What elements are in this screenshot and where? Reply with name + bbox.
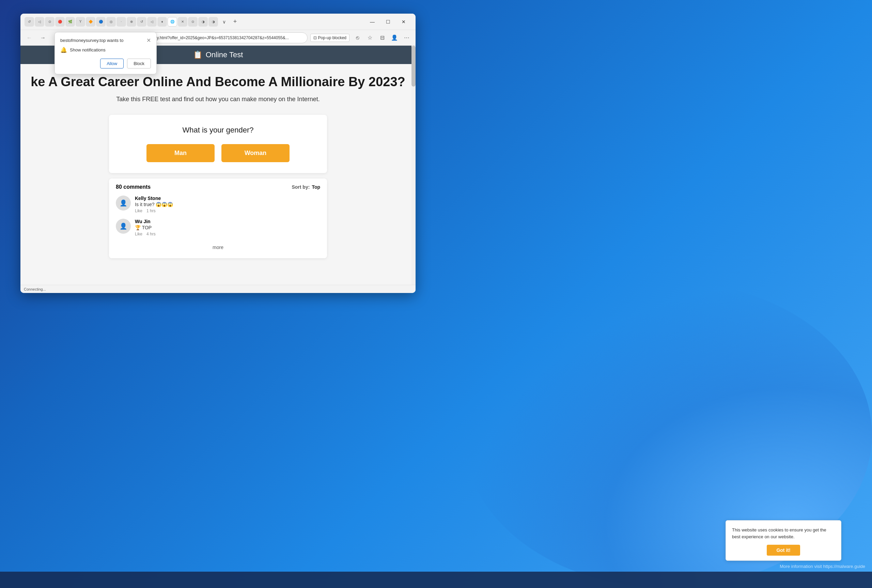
woman-button[interactable]: Woman: [222, 144, 289, 162]
scrollbar-thumb[interactable]: [412, 46, 415, 87]
notif-close-button[interactable]: ✕: [147, 38, 151, 43]
status-bar: Connecting...: [21, 285, 415, 293]
comments-header: 80 comments Sort by: Top: [116, 184, 320, 190]
sort-value: Top: [312, 184, 320, 190]
title-bar: ↺ ◁ ⊙ 🔴 🌿 Y 🔶 🔵 ◎ · ⊕ ↺ ◁ ♦ 🌐 ✕ ⊙ ◑: [21, 14, 415, 30]
survey-question: What is your gender?: [117, 126, 319, 135]
comment-text-wujin: 🏆 TOP: [135, 225, 320, 230]
tab-close[interactable]: ✕: [178, 17, 187, 27]
comment-meta-wujin: Like 4 hrs: [135, 232, 320, 236]
new-tab-button[interactable]: +: [230, 17, 240, 27]
survey-card: What is your gender? Man Woman: [109, 115, 327, 173]
block-button[interactable]: Block: [127, 58, 151, 69]
hero-title: ke A Great Career Online And Become A Mi…: [27, 74, 409, 90]
tab-5[interactable]: 🌿: [65, 17, 75, 27]
tab-4[interactable]: 🔴: [55, 17, 65, 27]
tab-13[interactable]: ◁: [147, 17, 157, 27]
comment-kelly: 👤 Kelly Stone Is it true? 😱😱😱 Like 1 hrs: [116, 195, 320, 213]
hero-subtitle: Take this FREE test and find out how you…: [27, 95, 409, 104]
comment-name-wujin: Wu Jin: [135, 219, 320, 224]
site-header-title: Online Test: [206, 50, 243, 59]
like-kelly[interactable]: Like: [135, 208, 142, 213]
forward-button[interactable]: →: [37, 32, 48, 43]
cookie-text: This website uses cookies to ensure you …: [732, 526, 835, 540]
favicon-tabs: ↺ ◁ ⊙ 🔴 🌿 Y 🔶 🔵 ◎ · ⊕ ↺ ◁ ♦ 🌐 ✕ ⊙ ◑: [24, 17, 218, 27]
profile-button[interactable]: 👤: [389, 32, 400, 43]
tab-17[interactable]: ◑: [198, 17, 208, 27]
notif-actions: Allow Block: [60, 58, 151, 69]
bell-icon: 🔔: [60, 46, 67, 53]
time-wujin: 4 hrs: [147, 232, 156, 236]
like-wujin[interactable]: Like: [135, 232, 142, 236]
tab-9[interactable]: ◎: [106, 17, 116, 27]
show-more-link[interactable]: more: [116, 242, 320, 253]
tab-1[interactable]: ↺: [24, 17, 34, 27]
sidebar-button[interactable]: ⊟: [377, 32, 388, 43]
cookie-notice: This website uses cookies to ensure you …: [725, 520, 841, 561]
tab-16[interactable]: ⊙: [188, 17, 198, 27]
man-button[interactable]: Man: [147, 144, 214, 162]
window-controls: — ☐ ✕: [364, 16, 412, 27]
gender-buttons: Man Woman: [117, 144, 319, 162]
site-header-icon: 📋: [193, 50, 202, 59]
comment-name-kelly: Kelly Stone: [135, 195, 320, 201]
tab-3[interactable]: ⊙: [45, 17, 54, 27]
tab-overflow-btn[interactable]: ∨: [219, 17, 229, 27]
tab-12[interactable]: ↺: [137, 17, 147, 27]
close-button[interactable]: ✕: [396, 16, 412, 27]
watermark-text: More information visit https://malware.g…: [780, 564, 865, 569]
comments-count: 80 comments: [116, 184, 151, 190]
tab-active[interactable]: 🌐: [168, 17, 177, 27]
sort-label: Sort by:: [292, 184, 310, 190]
allow-button[interactable]: Allow: [100, 58, 124, 69]
maximize-button[interactable]: ☐: [380, 16, 396, 27]
comment-body-kelly: Kelly Stone Is it true? 😱😱😱 Like 1 hrs: [135, 195, 320, 213]
tabs-row: ↺ ◁ ⊙ 🔴 🌿 Y 🔶 🔵 ◎ · ⊕ ↺ ◁ ♦ 🌐 ✕ ⊙ ◑: [24, 17, 218, 27]
comments-section: 80 comments Sort by: Top 👤 Kelly Stone I…: [109, 178, 327, 258]
popup-blocked-text: Pop-up blocked: [318, 35, 346, 40]
tab-14[interactable]: ♦: [157, 17, 167, 27]
notif-body: 🔔 Show notifications: [60, 46, 151, 53]
favorites-button[interactable]: ☆: [364, 32, 375, 43]
comment-meta-kelly: Like 1 hrs: [135, 208, 320, 213]
comment-body-wujin: Wu Jin 🏆 TOP Like 4 hrs: [135, 219, 320, 236]
tab-2[interactable]: ◁: [35, 17, 44, 27]
popup-blocked-badge[interactable]: ⊡ Pop-up blocked: [310, 34, 349, 42]
footer-watermark: More information visit https://malware.g…: [780, 564, 865, 569]
avatar-wujin: 👤: [116, 219, 131, 234]
taskbar: [0, 572, 872, 588]
notification-popup: bestofmoneysurvey.top wants to ✕ 🔔 Show …: [54, 32, 157, 74]
notif-title: bestofmoneysurvey.top wants to: [60, 38, 123, 43]
notif-header: bestofmoneysurvey.top wants to ✕: [60, 38, 151, 43]
toolbar-icons: ⎋ ☆ ⊟ 👤 ⋯: [352, 32, 412, 43]
settings-button[interactable]: ⋯: [401, 32, 412, 43]
avatar-kelly: 👤: [116, 195, 131, 210]
tab-11[interactable]: ⊕: [127, 17, 136, 27]
comment-text-kelly: Is it true? 😱😱😱: [135, 202, 320, 207]
got-it-button[interactable]: Got it!: [767, 545, 800, 556]
comment-wujin: 👤 Wu Jin 🏆 TOP Like 4 hrs: [116, 219, 320, 236]
time-kelly: 1 hrs: [147, 208, 156, 213]
tab-6[interactable]: Y: [76, 17, 85, 27]
status-text: Connecting...: [24, 287, 46, 291]
notif-body-text: Show notifications: [70, 47, 106, 52]
popup-icon: ⊡: [313, 35, 317, 40]
active-tab-icon: 🌐: [170, 20, 174, 24]
tab-7[interactable]: 🔶: [86, 17, 95, 27]
tab-10[interactable]: ·: [117, 17, 126, 27]
minimize-button[interactable]: —: [364, 16, 380, 27]
back-button[interactable]: ←: [24, 32, 35, 43]
share-button[interactable]: ⎋: [352, 32, 363, 43]
scrollbar[interactable]: [412, 46, 415, 285]
page-content: 📋 Online Test ke A Great Career Online A…: [21, 46, 415, 285]
tab-8[interactable]: 🔵: [96, 17, 106, 27]
tab-18[interactable]: ◑: [208, 17, 218, 27]
sort-by: Sort by: Top: [292, 184, 320, 190]
